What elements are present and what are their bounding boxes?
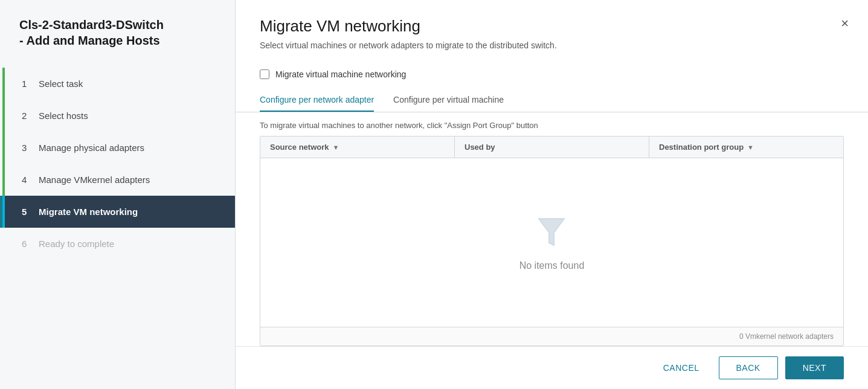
sidebar-item-label-manage-physical: Manage physical adapters <box>39 143 144 153</box>
close-button[interactable]: × <box>841 17 849 30</box>
migrate-networking-label: Migrate virtual machine networking <box>275 69 406 79</box>
page-subtitle: Select virtual machines or network adapt… <box>260 40 844 50</box>
sidebar-item-label-ready: Ready to complete <box>39 239 114 249</box>
step-num-5: 5 <box>22 207 31 217</box>
sidebar-item-label-migrate-vm: Migrate VM networking <box>39 207 138 217</box>
step-num-6: 6 <box>22 239 31 249</box>
empty-state: No items found <box>519 214 585 271</box>
tab-per-adapter[interactable]: Configure per network adapter <box>260 89 374 112</box>
footer: CANCEL BACK NEXT <box>236 346 868 389</box>
main-panel: Migrate VM networking Select virtual mac… <box>236 0 868 389</box>
sidebar-item-ready[interactable]: 6 Ready to complete <box>0 228 235 260</box>
back-button[interactable]: BACK <box>719 356 778 379</box>
source-network-filter-icon[interactable]: ▼ <box>333 144 339 151</box>
tab-per-vm[interactable]: Configure per virtual machine <box>393 89 504 112</box>
col-destination-port-group: Destination port group ▼ <box>649 137 843 158</box>
step-num-1: 1 <box>22 79 31 89</box>
destination-filter-icon[interactable]: ▼ <box>747 144 754 151</box>
table-body: No items found <box>260 158 843 327</box>
col-source-network: Source network ▼ <box>260 137 455 158</box>
page-title: Migrate VM networking <box>260 17 844 36</box>
sidebar-item-manage-physical[interactable]: 3 Manage physical adapters <box>0 132 235 164</box>
cancel-button[interactable]: CANCEL <box>651 357 712 379</box>
adapter-count: 0 Vmkernel network adapters <box>739 332 834 341</box>
content-area: To migrate virtual machines to another n… <box>236 112 868 346</box>
migrate-networking-checkbox[interactable] <box>260 69 269 79</box>
data-table: Source network ▼ Used by Destination por… <box>260 136 844 346</box>
no-items-text: No items found <box>519 260 585 271</box>
sidebar-item-label-manage-vmkernel: Manage VMkernel adapters <box>39 175 150 185</box>
sidebar-item-label-select-task: Select task <box>39 79 83 89</box>
table-footer: 0 Vmkernel network adapters <box>260 327 843 346</box>
migrate-networking-row: Migrate virtual machine networking <box>236 60 868 79</box>
sidebar: Cls-2-Standard3-DSwitch - Add and Manage… <box>0 0 236 389</box>
sidebar-item-select-task[interactable]: 1 Select task <box>0 68 235 100</box>
sidebar-item-select-hosts[interactable]: 2 Select hosts <box>0 100 235 132</box>
instruction-text: To migrate virtual machines to another n… <box>260 112 844 136</box>
sidebar-item-manage-vmkernel[interactable]: 4 Manage VMkernel adapters <box>0 164 235 196</box>
main-header: Migrate VM networking Select virtual mac… <box>236 0 868 60</box>
table-header: Source network ▼ Used by Destination por… <box>260 137 843 158</box>
tabs-container: Configure per network adapter Configure … <box>236 89 868 112</box>
step-num-2: 2 <box>22 111 31 121</box>
funnel-icon <box>533 214 570 253</box>
next-button[interactable]: NEXT <box>785 356 844 379</box>
sidebar-title: Cls-2-Standard3-DSwitch - Add and Manage… <box>0 17 235 68</box>
sidebar-item-label-select-hosts: Select hosts <box>39 111 88 121</box>
col-used-by: Used by <box>455 137 649 158</box>
step-num-3: 3 <box>22 143 31 153</box>
step-num-4: 4 <box>22 175 31 185</box>
sidebar-item-migrate-vm[interactable]: 5 Migrate VM networking <box>0 196 235 228</box>
